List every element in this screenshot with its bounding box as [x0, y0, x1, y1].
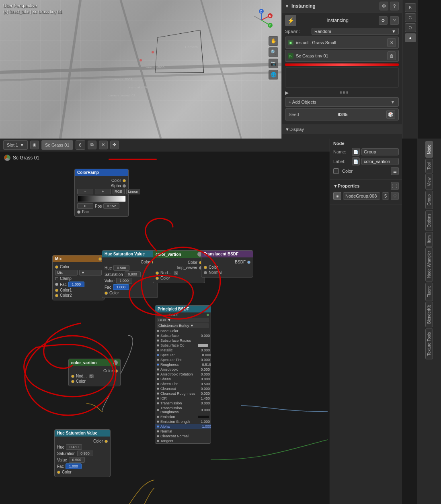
node-number-btn[interactable]: 6	[76, 140, 85, 150]
node-copy-btn[interactable]: ⧉	[88, 141, 96, 149]
node-group-fav-btn[interactable]: ♡	[391, 192, 399, 200]
add-objects-btn[interactable]: + Add Objects ▼	[285, 97, 399, 107]
nav-zoom-btn[interactable]: 🔍	[269, 47, 278, 57]
hue-sat-bottom-header: Hue Saturation Value	[55, 430, 110, 437]
hst-fac-value[interactable]: 1.000	[113, 284, 129, 290]
nav-camera-btn[interactable]: 📷	[269, 59, 278, 68]
seed-randomize-btn[interactable]: 🎲	[386, 110, 395, 119]
hue-sat-top-node[interactable]: Hue Saturation Value Color Hue 0.500 Sat…	[102, 250, 158, 298]
node-name-value[interactable]: Group	[361, 148, 399, 155]
mix-title: Mix	[55, 257, 62, 261]
node-label-value[interactable]: color_varition	[361, 158, 399, 165]
vtab-item[interactable]: Item	[425, 232, 433, 247]
sidebar-icon-O[interactable]: O	[405, 23, 416, 32]
colorramp-minus-btn[interactable]: −	[77, 189, 93, 194]
node-name-btn[interactable]: Sc Grass 01	[41, 140, 73, 150]
bsdf-dist-select[interactable]: GGX ▼	[157, 318, 209, 322]
ne-object-icon	[4, 155, 10, 161]
instancing-help-btn2[interactable]: ?	[390, 16, 399, 25]
node-color-list-btn[interactable]: ☰	[391, 167, 399, 175]
bsdf-transmission-label: Transmission	[160, 401, 197, 405]
mix-node[interactable]: Mix Color Mix ▼ Clamp Fac 1.000	[52, 255, 105, 300]
sidebar-icon-B[interactable]: B	[405, 3, 416, 12]
sidebar-icon-G[interactable]: G	[405, 13, 416, 22]
instancing-settings-btn[interactable]: ⚙	[379, 2, 388, 10]
node-group-value[interactable]: NodeGroup.008	[343, 192, 380, 200]
bsdf-alpha-row: Alpha 1.000	[155, 424, 211, 429]
node-section: Node Name: 📄 Group Label: 📄 color_variti…	[330, 139, 402, 180]
node-name-icon-btn[interactable]: 📄	[352, 148, 360, 156]
vertical-tabs-panel: Node Tool View Group Options Item Node W…	[417, 139, 441, 504]
navigation-gizmo[interactable]: X Y Z	[249, 8, 273, 32]
object-remove-btn[interactable]: 🗑	[387, 51, 396, 60]
ne-object-name: Sc Grass 01	[13, 155, 39, 161]
bsdf-sheen-socket	[157, 378, 159, 380]
mix-clamp-checkbox[interactable]	[55, 277, 58, 280]
vtab-view[interactable]: View	[425, 174, 433, 190]
colorramp-interp-select[interactable]: Linear	[126, 189, 140, 194]
mix-fac-value[interactable]: 1.000	[68, 282, 84, 287]
bsdf-method-select[interactable]: Christensen-Burley ▼	[157, 323, 209, 328]
node-close-btn[interactable]: ✕	[99, 141, 108, 149]
viewport[interactable]: Camera camera_0005 camera_0004 ins_maket…	[0, 0, 281, 139]
vtab-blenderkit[interactable]: BlenderKit	[425, 302, 433, 327]
nav-globe-btn[interactable]: 🌐	[269, 70, 278, 80]
hst-hue-value[interactable]: 0.500	[113, 265, 129, 271]
collection-item[interactable]: ▣ ins col . Grass Small ✕	[285, 37, 399, 49]
colorramp-node[interactable]: ColorRamp Color Alpha − + RGB Linear 0	[74, 169, 129, 217]
display-section-header[interactable]: ▼ Display	[282, 125, 402, 134]
vtab-texture-tools[interactable]: Texture Tools	[425, 329, 433, 359]
bsdf-method-row: Christensen-Burley ▼	[155, 323, 211, 329]
principled-bsdf-node[interactable]: Principled BSDF BSDF GGX ▼ Christensen-B…	[155, 305, 211, 444]
cvt-nod-in-socket	[156, 271, 159, 275]
node-pin-btn[interactable]: ✤	[110, 141, 119, 149]
hsb-val-value[interactable]: 0.500	[69, 457, 85, 463]
object-item-inner: ▷ Sc Grass tiny 01	[288, 53, 328, 59]
colorramp-zero-value[interactable]: 0	[77, 203, 93, 209]
instancing-settings-btn2[interactable]: ⚙	[379, 16, 388, 25]
bsdf-anisotropic-value: 0.000	[198, 367, 210, 371]
expand-icon[interactable]: ▶	[285, 90, 289, 96]
mix-type-select[interactable]: Mix	[55, 270, 78, 275]
hsb-sat-value[interactable]: 0.950	[77, 451, 93, 456]
node-color-label: Color	[342, 169, 353, 173]
vtab-options[interactable]: Options	[425, 210, 433, 231]
bsdf-spec-tint-value: 0.000	[198, 358, 210, 362]
bsdf-clearcoat-label: Clearcoat	[160, 387, 197, 391]
hst-val-value[interactable]: 1.000	[116, 278, 132, 284]
node-type-icon[interactable]: ◉	[30, 141, 39, 149]
vtab-group[interactable]: Group	[425, 191, 433, 209]
vtab-node[interactable]: Node	[425, 141, 433, 158]
spawn-dropdown[interactable]: Random ▼	[312, 28, 399, 35]
slot-dropdown[interactable]: Slot 1 ▼	[3, 140, 28, 150]
color-vartion-top-node[interactable]: color_vartion Color tmp_viewer Nod... 5	[153, 250, 205, 283]
hue-sat-bottom-node[interactable]: Hue Saturation Value Color Hue 0.480 Sat…	[54, 429, 111, 477]
bsdf-em-strength-row: Emission Strength 1.000	[155, 419, 211, 424]
hsb-fac-label: Fac	[57, 464, 64, 469]
colorramp-gradient[interactable]	[77, 196, 126, 202]
nav-pan-btn[interactable]: ✋	[269, 36, 278, 46]
mix-dropdown[interactable]: ▼	[79, 270, 102, 275]
vtab-fluent[interactable]: Fluent	[425, 283, 433, 301]
bsdf-ior-socket	[157, 397, 159, 400]
color-vartion-bottom-node[interactable]: color_vartion Color Nod... 5 Color	[68, 359, 121, 386]
colorramp-pos-value[interactable]: 0.152	[103, 203, 119, 209]
node-color-toggle[interactable]	[333, 168, 339, 174]
node-label-icon-btn[interactable]: 📄	[352, 157, 360, 165]
object-item[interactable]: ▷ Sc Grass tiny 01 🗑	[285, 50, 399, 62]
vtab-tool[interactable]: Tool	[425, 159, 433, 173]
collection-remove-btn[interactable]: ✕	[387, 38, 396, 47]
translucent-body: BSDF Color Normal	[201, 257, 253, 277]
properties-menu-btn[interactable]: ⋮⋮	[391, 182, 399, 190]
translucent-bsdf-node[interactable]: Translucent BSDF BSDF Color Normal	[201, 250, 253, 278]
vtab-node-wrangler[interactable]: Node Wrangler	[425, 247, 433, 282]
instancing-help-btn[interactable]: ?	[390, 2, 399, 10]
hsb-hue-value[interactable]: 0.480	[66, 444, 82, 450]
hsb-fac-value[interactable]: 1.000	[66, 463, 82, 469]
colorramp-mode-select[interactable]: RGB	[113, 189, 125, 194]
bsdf-alpha-label: Alpha	[160, 424, 197, 429]
colorramp-plus-btn[interactable]: +	[95, 189, 111, 194]
bsdf-sheen-value: 0.000	[198, 377, 210, 381]
hst-sat-value[interactable]: 0.900	[125, 271, 141, 277]
sidebar-icon-dot[interactable]: ●	[405, 33, 416, 42]
